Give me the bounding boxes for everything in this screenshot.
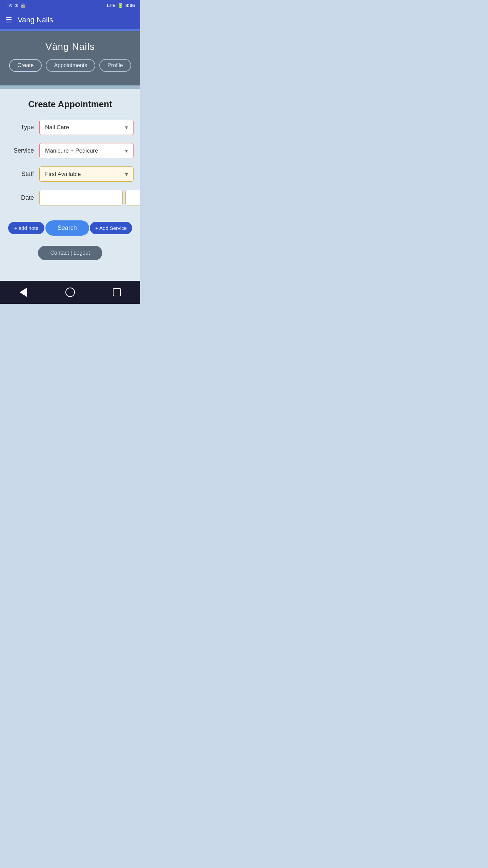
type-label: Type: [7, 124, 34, 131]
appointments-nav-button[interactable]: Appointments: [46, 59, 95, 72]
battery-icon: 🔋: [118, 3, 123, 8]
footer: Contact | Logout: [7, 246, 134, 260]
status-left-icons: ! ⊙ ✉ 🤖: [5, 3, 26, 8]
logout-link[interactable]: Logout: [74, 250, 90, 256]
staff-label: Staff: [7, 171, 34, 178]
nav-buttons: Create Appointments Profile: [9, 59, 131, 72]
header-section: Vàng Nails Create Appointments Profile: [0, 31, 140, 85]
home-icon: [65, 288, 75, 297]
contact-link[interactable]: Contact: [50, 250, 69, 256]
android-icon: 🤖: [20, 3, 26, 8]
main-content: Create Appointment Type Nail Care Hair C…: [0, 89, 140, 281]
create-nav-button[interactable]: Create: [9, 59, 42, 72]
add-service-button[interactable]: + Add Service: [90, 222, 132, 234]
back-nav-button[interactable]: [17, 285, 30, 299]
staff-select[interactable]: First Available Staff 1 Staff 2: [39, 166, 134, 182]
date-time-row: [39, 190, 140, 205]
exclamation-icon: !: [5, 3, 7, 8]
staff-select-wrapper[interactable]: First Available Staff 1 Staff 2 ▼: [39, 166, 134, 182]
date-input[interactable]: [39, 190, 123, 205]
date-label: Date: [7, 194, 34, 201]
form-title: Create Appointment: [7, 99, 134, 110]
action-row: + add note Search + Add Service: [7, 220, 134, 236]
recent-nav-button[interactable]: [110, 285, 124, 299]
status-right-icons: LTE 🔋 8:06: [107, 3, 135, 8]
signal-icon: ⊙: [9, 3, 13, 8]
app-bar: ☰ Vang Nails: [0, 11, 140, 29]
footer-separator: |: [70, 250, 72, 256]
back-icon: [20, 288, 27, 297]
service-form-group: Service Manicure + Pedicure Manicure Ped…: [7, 143, 134, 158]
type-form-group: Type Nail Care Hair Care Skin Care ▼: [7, 120, 134, 135]
home-nav-button[interactable]: [63, 285, 77, 299]
footer-links[interactable]: Contact | Logout: [38, 246, 102, 260]
service-select-wrapper[interactable]: Manicure + Pedicure Manicure Pedicure ▼: [39, 143, 134, 158]
type-select[interactable]: Nail Care Hair Care Skin Care: [39, 120, 134, 135]
status-bar: ! ⊙ ✉ 🤖 LTE 🔋 8:06: [0, 0, 140, 11]
clock-time: 8:06: [125, 3, 135, 8]
message-icon: ✉: [15, 3, 18, 8]
app-title: Vang Nails: [18, 16, 53, 24]
profile-nav-button[interactable]: Profile: [99, 59, 131, 72]
section-divider: [0, 85, 140, 89]
time-input[interactable]: [125, 190, 140, 205]
add-note-button[interactable]: + add note: [8, 222, 44, 234]
search-button[interactable]: Search: [45, 220, 89, 236]
type-select-wrapper[interactable]: Nail Care Hair Care Skin Care ▼: [39, 120, 134, 135]
menu-icon[interactable]: ☰: [5, 16, 12, 24]
lte-icon: LTE: [107, 3, 116, 8]
staff-form-group: Staff First Available Staff 1 Staff 2 ▼: [7, 166, 134, 182]
bottom-nav-bar: [0, 281, 140, 304]
service-select[interactable]: Manicure + Pedicure Manicure Pedicure: [39, 143, 134, 158]
service-label: Service: [7, 147, 34, 154]
business-name: Vàng Nails: [45, 41, 95, 52]
recent-apps-icon: [113, 288, 121, 296]
date-form-group: Date: [7, 190, 134, 205]
